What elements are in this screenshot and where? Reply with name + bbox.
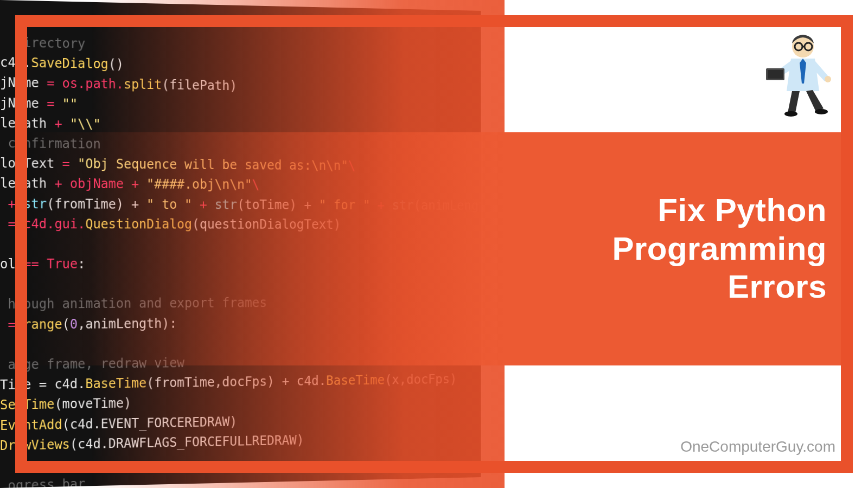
hero-graphic: directory c4d.SaveDialog() jName = os.pa… (0, 0, 868, 488)
svg-point-8 (815, 109, 828, 114)
svg-point-7 (784, 111, 797, 117)
mascot-icon (765, 30, 835, 117)
svg-rect-5 (768, 70, 783, 79)
svg-point-6 (825, 76, 831, 82)
code-background: directory c4d.SaveDialog() jName = os.pa… (0, 0, 481, 488)
site-name: OneComputerGuy.com (680, 438, 835, 455)
hero-title: Fix Python Programming Errors (505, 191, 827, 306)
title-card: Fix Python Programming Errors (505, 132, 852, 365)
